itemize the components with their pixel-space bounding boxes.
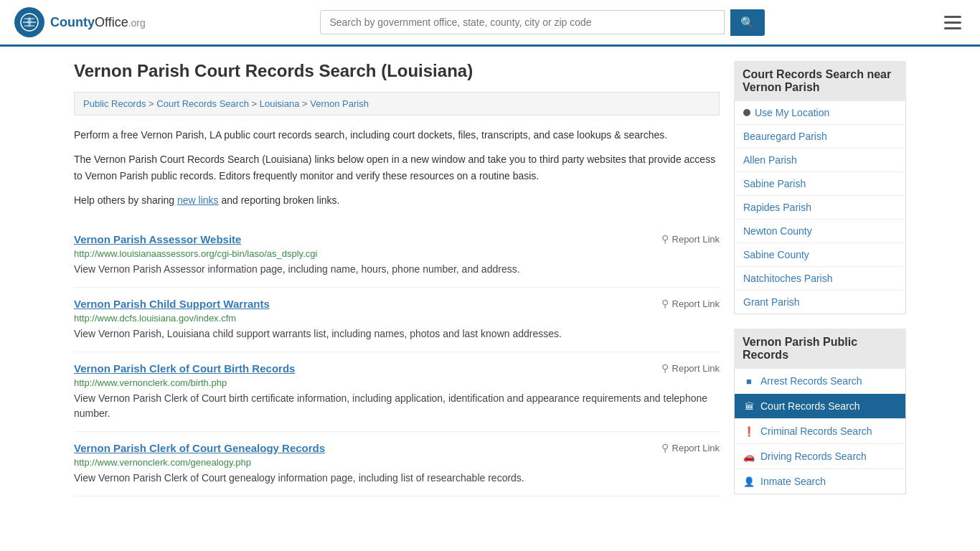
- record-title-link[interactable]: Vernon Parish Assessor Website: [74, 233, 241, 245]
- nearby-item: Allen Parish: [735, 149, 905, 172]
- nearby-link[interactable]: Rapides Parish: [735, 196, 905, 219]
- records-nav-link[interactable]: ■Arrest Records Search: [735, 369, 905, 393]
- nearby-section: Court Records Search near Vernon Parish …: [734, 61, 906, 314]
- records-nav-list: ■Arrest Records Search🏛Court Records Sea…: [734, 369, 906, 494]
- record-url: http://www.louisianaassessors.org/cgi-bi…: [74, 248, 720, 259]
- record-header: Vernon Parish Assessor Website ⚲ Report …: [74, 233, 720, 245]
- rec-icon: ❗: [743, 426, 755, 437]
- report-link[interactable]: ⚲ Report Link: [661, 442, 720, 453]
- rec-icon: 🚗: [743, 451, 755, 462]
- header: CountyOffice.org 🔍: [0, 0, 980, 47]
- breadcrumb-louisiana[interactable]: Louisiana: [260, 98, 300, 109]
- report-icon: ⚲: [661, 442, 669, 453]
- nearby-link[interactable]: Newton County: [735, 220, 905, 242]
- intro-text: Perform a free Vernon Parish, LA public …: [74, 127, 720, 143]
- nearby-link[interactable]: Sabine County: [735, 243, 905, 266]
- records-nav-item: 👤Inmate Search: [735, 469, 905, 494]
- report-icon: ⚲: [661, 233, 669, 245]
- search-icon: 🔍: [740, 17, 755, 29]
- nearby-item: Rapides Parish: [735, 196, 905, 220]
- main-wrapper: Vernon Parish Court Records Search (Loui…: [60, 47, 920, 523]
- menu-button[interactable]: [940, 11, 966, 34]
- logo-area: CountyOffice.org: [14, 7, 146, 37]
- nearby-list: Use My LocationBeauregard ParishAllen Pa…: [734, 101, 906, 314]
- nearby-link[interactable]: Sabine Parish: [735, 172, 905, 195]
- breadcrumb: Public Records > Court Records Search > …: [74, 92, 720, 116]
- records-nav-link[interactable]: 👤Inmate Search: [735, 469, 905, 494]
- new-links-link[interactable]: new links: [177, 194, 219, 206]
- report-link[interactable]: ⚲ Report Link: [661, 298, 720, 309]
- logo-icon: [14, 7, 44, 37]
- nearby-header: Court Records Search near Vernon Parish: [734, 61, 906, 101]
- nearby-link[interactable]: Natchitoches Parish: [735, 267, 905, 290]
- nearby-item: Grant Parish: [735, 291, 905, 314]
- nearby-link[interactable]: Beauregard Parish: [735, 125, 905, 148]
- record-desc: View Vernon Parish Assessor information …: [74, 262, 720, 277]
- record-title-link[interactable]: Vernon Parish Child Support Warrants: [74, 298, 270, 310]
- nearby-link[interactable]: Grant Parish: [735, 291, 905, 314]
- records-nav-item: ❗Criminal Records Search: [735, 419, 905, 444]
- info-text: The Vernon Parish Court Records Search (…: [74, 151, 720, 184]
- page-title: Vernon Parish Court Records Search (Loui…: [74, 61, 720, 81]
- records-nav-link[interactable]: ❗Criminal Records Search: [735, 419, 905, 443]
- nearby-item: Sabine County: [735, 243, 905, 267]
- record-desc: View Vernon Parish Clerk of Court birth …: [74, 391, 720, 421]
- records-nav-item: ■Arrest Records Search: [735, 369, 905, 394]
- public-records-section: Vernon Parish Public Records ■Arrest Rec…: [734, 329, 906, 494]
- rec-icon: ■: [743, 376, 755, 387]
- nearby-item: Natchitoches Parish: [735, 267, 905, 291]
- record-header: Vernon Parish Child Support Warrants ⚲ R…: [74, 298, 720, 310]
- breadcrumb-vernon-parish[interactable]: Vernon Parish: [310, 98, 369, 109]
- nearby-item: Sabine Parish: [735, 172, 905, 196]
- nearby-link[interactable]: Allen Parish: [735, 149, 905, 171]
- public-records-header: Vernon Parish Public Records: [734, 329, 906, 369]
- record-url: http://www.dcfs.louisiana.gov/index.cfm: [74, 313, 720, 324]
- records-list: Vernon Parish Assessor Website ⚲ Report …: [74, 223, 720, 496]
- record-desc: View Vernon Parish Clerk of Court geneal…: [74, 471, 720, 486]
- nearby-item: Newton County: [735, 220, 905, 243]
- record-item: Vernon Parish Clerk of Court Genealogy R…: [74, 432, 720, 496]
- record-desc: View Vernon Parish, Louisiana child supp…: [74, 326, 720, 342]
- rec-icon: 🏛: [743, 401, 755, 412]
- search-area: 🔍: [320, 9, 765, 36]
- record-url: http://www.vernonclerk.com/birth.php: [74, 377, 720, 388]
- record-header: Vernon Parish Clerk of Court Genealogy R…: [74, 442, 720, 454]
- rec-icon: 👤: [743, 476, 755, 487]
- location-dot-icon: [743, 109, 750, 116]
- report-link[interactable]: ⚲ Report Link: [661, 233, 720, 245]
- content: Vernon Parish Court Records Search (Loui…: [74, 61, 720, 509]
- record-item: Vernon Parish Child Support Warrants ⚲ R…: [74, 288, 720, 352]
- report-icon: ⚲: [661, 362, 669, 374]
- breadcrumb-court-records[interactable]: Court Records Search: [156, 98, 249, 109]
- nearby-link[interactable]: Use My Location: [735, 101, 905, 124]
- record-item: Vernon Parish Assessor Website ⚲ Report …: [74, 223, 720, 288]
- logo-text: CountyOffice.org: [50, 15, 146, 30]
- report-link[interactable]: ⚲ Report Link: [661, 362, 720, 374]
- record-title-link[interactable]: Vernon Parish Clerk of Court Birth Recor…: [74, 362, 295, 375]
- help-text: Help others by sharing new links and rep…: [74, 192, 720, 208]
- search-button[interactable]: 🔍: [730, 9, 765, 36]
- record-header: Vernon Parish Clerk of Court Birth Recor…: [74, 362, 720, 375]
- record-url: http://www.vernonclerk.com/genealogy.php: [74, 457, 720, 468]
- nearby-item: Beauregard Parish: [735, 125, 905, 149]
- records-nav-item: 🚗Driving Records Search: [735, 444, 905, 469]
- record-item: Vernon Parish Clerk of Court Birth Recor…: [74, 352, 720, 432]
- record-title-link[interactable]: Vernon Parish Clerk of Court Genealogy R…: [74, 442, 325, 454]
- sidebar: Court Records Search near Vernon Parish …: [734, 61, 906, 509]
- nearby-item: Use My Location: [735, 101, 905, 125]
- search-input[interactable]: [320, 10, 725, 34]
- records-nav-link[interactable]: 🚗Driving Records Search: [735, 444, 905, 468]
- report-icon: ⚲: [661, 298, 669, 309]
- records-nav-link[interactable]: 🏛Court Records Search: [735, 394, 905, 418]
- records-nav-item: 🏛Court Records Search: [735, 394, 905, 419]
- breadcrumb-public-records[interactable]: Public Records: [83, 98, 146, 109]
